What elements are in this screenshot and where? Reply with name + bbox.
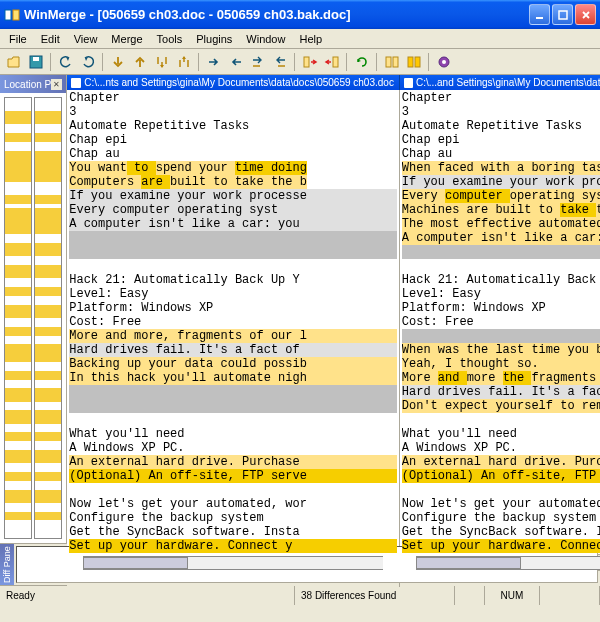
window-titlebar: WinMerge - [050659 ch03.doc - 050659 ch0… bbox=[0, 0, 600, 29]
left-file-titlebar[interactable]: C:\...nts and Settings\gina\My Documents… bbox=[67, 75, 399, 90]
right-file-titlebar[interactable]: C:\...and Settings\gina\My Documents\dat… bbox=[399, 75, 600, 90]
svg-rect-2 bbox=[536, 17, 543, 19]
svg-rect-10 bbox=[408, 57, 413, 67]
close-button[interactable] bbox=[575, 4, 596, 25]
status-diffcount: 38 Differences Found bbox=[295, 586, 455, 605]
toolbar bbox=[0, 49, 600, 75]
copy-left-advance-icon[interactable] bbox=[270, 52, 290, 72]
menu-plugins[interactable]: Plugins bbox=[189, 31, 239, 47]
left-text-area[interactable]: Chapter3Automate Repetitive TasksChap ep… bbox=[67, 90, 399, 554]
right-scrollbar[interactable]: ◀ ▶ bbox=[400, 554, 600, 570]
location-panel: Location P ✕ bbox=[0, 75, 67, 543]
location-bar-right[interactable] bbox=[34, 97, 62, 539]
menu-edit[interactable]: Edit bbox=[34, 31, 67, 47]
all-left-icon[interactable] bbox=[322, 52, 342, 72]
copy-right-advance-icon[interactable] bbox=[248, 52, 268, 72]
svg-rect-7 bbox=[333, 57, 338, 67]
svg-rect-8 bbox=[386, 57, 391, 67]
status-ready: Ready bbox=[0, 586, 295, 605]
diff-pane-label[interactable]: Diff Pane bbox=[0, 544, 14, 585]
location-panel-close-icon[interactable]: ✕ bbox=[51, 79, 62, 90]
menu-window[interactable]: Window bbox=[239, 31, 292, 47]
location-panel-header[interactable]: Location P ✕ bbox=[0, 75, 66, 93]
next-conflict-icon[interactable] bbox=[152, 52, 172, 72]
svg-rect-3 bbox=[559, 11, 567, 19]
right-text-area[interactable]: Chapter3Automate Repetitive TasksChap ep… bbox=[400, 90, 600, 554]
undo-icon[interactable] bbox=[56, 52, 76, 72]
refresh-icon[interactable] bbox=[352, 52, 372, 72]
copy-right-icon[interactable] bbox=[204, 52, 224, 72]
app-icon bbox=[4, 7, 20, 23]
svg-rect-0 bbox=[5, 10, 11, 20]
menu-tools[interactable]: Tools bbox=[150, 31, 190, 47]
left-file-path: C:\...nts and Settings\gina\My Documents… bbox=[84, 77, 394, 88]
statusbar: Ready 38 Differences Found NUM bbox=[0, 585, 600, 605]
svg-point-13 bbox=[442, 60, 446, 64]
doc-icon bbox=[71, 78, 81, 88]
svg-rect-9 bbox=[393, 57, 398, 67]
menubar: File Edit View Merge Tools Plugins Windo… bbox=[0, 29, 600, 49]
options-icon[interactable] bbox=[434, 52, 454, 72]
location-bar-left[interactable] bbox=[4, 97, 32, 539]
next-diff-icon[interactable] bbox=[108, 52, 128, 72]
maximize-button[interactable] bbox=[552, 4, 573, 25]
right-file-path: C:\...and Settings\gina\My Documents\dat… bbox=[416, 77, 600, 88]
menu-file[interactable]: File bbox=[2, 31, 34, 47]
right-pane: Chapter3Automate Repetitive TasksChap ep… bbox=[400, 90, 600, 587]
location-panel-title: Location P bbox=[4, 79, 51, 90]
svg-rect-1 bbox=[13, 10, 19, 20]
svg-rect-11 bbox=[415, 57, 420, 67]
prev-conflict-icon[interactable] bbox=[174, 52, 194, 72]
copy-left-icon[interactable] bbox=[226, 52, 246, 72]
current-diff-icon[interactable] bbox=[404, 52, 424, 72]
all-right-icon[interactable] bbox=[300, 52, 320, 72]
scroll-thumb[interactable] bbox=[416, 557, 521, 569]
first-diff-icon[interactable] bbox=[382, 52, 402, 72]
window-title: WinMerge - [050659 ch03.doc - 050659 ch0… bbox=[24, 7, 529, 22]
status-numlock: NUM bbox=[485, 586, 540, 605]
left-scrollbar[interactable]: ◀ ▶ bbox=[67, 554, 399, 570]
minimize-button[interactable] bbox=[529, 4, 550, 25]
open-icon[interactable] bbox=[4, 52, 24, 72]
scroll-thumb[interactable] bbox=[83, 557, 188, 569]
menu-merge[interactable]: Merge bbox=[104, 31, 149, 47]
svg-rect-6 bbox=[304, 57, 309, 67]
save-icon[interactable] bbox=[26, 52, 46, 72]
svg-rect-5 bbox=[33, 57, 39, 61]
doc-icon bbox=[404, 78, 413, 88]
redo-icon[interactable] bbox=[78, 52, 98, 72]
prev-diff-icon[interactable] bbox=[130, 52, 150, 72]
menu-help[interactable]: Help bbox=[292, 31, 329, 47]
left-pane: Chapter3Automate Repetitive TasksChap ep… bbox=[67, 90, 400, 587]
menu-view[interactable]: View bbox=[67, 31, 105, 47]
